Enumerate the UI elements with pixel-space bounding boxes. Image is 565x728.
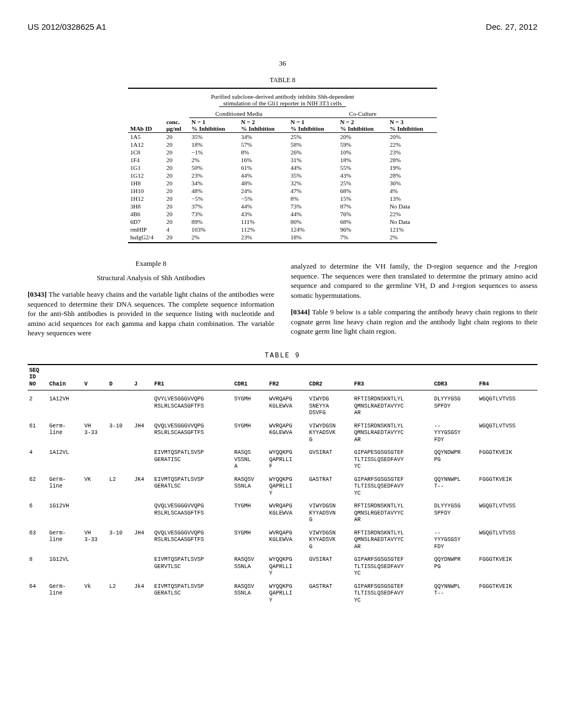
- table-row: 1A52035%34%25%20%20%: [128, 133, 437, 141]
- col-cm-n1: N = 1% Inhibition: [189, 118, 239, 133]
- t9-col-d: D: [108, 365, 132, 390]
- t9-col-cdr1: CDR1: [232, 365, 267, 390]
- table-8-label: TABLE 8: [128, 76, 437, 84]
- t9-col-fr2: FR2: [268, 365, 307, 390]
- example-title: Structural Analysis of Shh Antibodies: [28, 273, 274, 283]
- col-cc-n1: N = 1% Inhibition: [289, 118, 338, 133]
- t9-col-fr3: FR3: [353, 365, 433, 390]
- table-row: 1G12050%61%44%55%19%: [128, 164, 437, 172]
- table-row: 1G122023%44%35%43%28%: [128, 172, 437, 179]
- table-row: 61G12VHQVQLVESGGGVVQPG RSLRLSCAASGFTFSTY…: [28, 497, 537, 524]
- col-conc: conc.μg/ml: [164, 118, 189, 133]
- table-row: 1F4202%16%31%18%28%: [128, 156, 437, 164]
- t9-col-chain: Chain: [47, 365, 82, 390]
- t9-col-cdr3: CDR3: [433, 365, 478, 390]
- t9-col-seq: SEQ ID NO: [28, 365, 47, 390]
- publication-date: Dec. 27, 2012: [486, 22, 537, 31]
- table-row: 62Germ- lineVKL2JK4EIVMTQSPATLSVSP GERAT…: [28, 471, 537, 498]
- table-row: 1C820−1%8%26%10%23%: [128, 148, 437, 156]
- t9-col-fr1: FR1: [152, 365, 232, 390]
- table-8-caption-line1: Purified subclone-derived antibody inhib…: [211, 93, 354, 100]
- table-row: 81G12VLEIVMTQSPATLSVSP GERVTLSCRASQSV SS…: [28, 551, 537, 578]
- paragraph-0344: [0344] Table 9 below is a table comparin…: [291, 307, 537, 336]
- table-row: 1H102048%24%47%68%4%: [128, 187, 437, 195]
- group-header-co-culture: Co-Culture: [289, 110, 437, 118]
- page-number: 36: [28, 59, 537, 68]
- table-row: 3H82037%44%73%87%No Data: [128, 202, 437, 210]
- right-column: analyzed to determine the VH family, the…: [291, 254, 537, 345]
- table-8: TABLE 8 Purified subclone-derived antibo…: [128, 76, 437, 243]
- table-row: 6D72089%111%80%68%No Data: [128, 218, 437, 226]
- paragraph-continuation: analyzed to determine the VH family, the…: [291, 261, 537, 300]
- table-row: rmHIP4103%112%124%96%121%: [128, 226, 437, 233]
- col-cc-n3: N = 3% Inhibition: [387, 118, 437, 133]
- table-row: 63Germ- lineVH 3-333-10JH4QVQLVESGGGVVQP…: [28, 524, 537, 552]
- t9-col-fr4: FR4: [477, 365, 537, 390]
- table-row: 41A12VLEIVMTQSPATLSVSP GERATISCRASQS VSS…: [28, 444, 537, 471]
- table-row: 4B62073%43%44%76%22%: [128, 210, 437, 218]
- example-number: Example 8: [28, 259, 274, 269]
- col-cc-n2: N = 2% Inhibition: [338, 118, 387, 133]
- t9-col-v: V: [83, 365, 108, 390]
- table-row: 1H82034%48%32%25%36%: [128, 179, 437, 187]
- table-row: 64Germ- lineVkL2Jk4EIVMTQSPATLSVSP GERAT…: [28, 578, 537, 605]
- table-row: 21A12VHQVYLVESGGGVVQPG RSLRLSCAASGFTFSSY…: [28, 390, 537, 417]
- table-9: SEQ ID NO Chain V D J FR1 CDR1 FR2 CDR2 …: [28, 364, 537, 605]
- table-row: huIgG2/4202%23%18%7%2%: [128, 233, 437, 241]
- table-9-label: TABLE 9: [28, 352, 537, 360]
- t9-col-cdr2: CDR2: [307, 365, 353, 390]
- t9-col-j: J: [132, 365, 152, 390]
- paragraph-0343: [0343] The variable heavy chains and the…: [28, 290, 274, 338]
- left-column: Example 8 Structural Analysis of Shh Ant…: [28, 254, 274, 345]
- table-row: 1H1220−5%−5%8%15%13%: [128, 195, 437, 202]
- table-8-caption-line2: stimulation of the Gli1 reporter in NIH …: [219, 100, 346, 107]
- table-row: 61Germ- lineVH 3-333-10JH4QVQLVESGGGVVQP…: [28, 417, 537, 445]
- col-mab-id: MAb ID: [128, 118, 164, 133]
- publication-number: US 2012/0328625 A1: [28, 22, 106, 31]
- group-header-conditioned-media: Conditioned Media: [189, 110, 289, 118]
- table-row: 1A122018%57%58%59%22%: [128, 141, 437, 148]
- col-cm-n2: N = 2% Inhibition: [239, 118, 289, 133]
